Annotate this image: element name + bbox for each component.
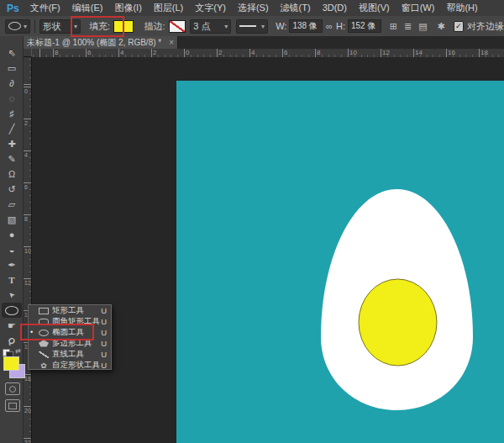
ruler-origin-corner[interactable] xyxy=(24,49,32,57)
brush-tool-icon: ✎ xyxy=(8,154,15,165)
type-tool-icon: T xyxy=(8,275,14,285)
tool-mode-select[interactable]: 形状 ▾ xyxy=(39,19,81,34)
flyout-item-shortcut: U xyxy=(101,317,107,326)
zoom-tool-icon: Q xyxy=(6,335,17,345)
menu-edit[interactable]: 编辑(E) xyxy=(66,0,109,16)
flyout-item-shortcut: U xyxy=(101,328,107,337)
menu-help[interactable]: 帮助(H) xyxy=(440,0,483,16)
vruler-number: 2 xyxy=(24,120,28,127)
width-label: W: xyxy=(276,21,286,31)
blur-tool[interactable]: ● xyxy=(0,227,24,242)
flyout-rounded-rectangle-tool[interactable]: 圆角矩形工具U xyxy=(29,316,111,327)
egg-artwork xyxy=(321,189,473,410)
history-brush-tool[interactable]: ↺ xyxy=(0,182,24,197)
stroke-type-select[interactable]: ▾ xyxy=(236,19,268,34)
path-operations-button[interactable]: ⊞ xyxy=(390,21,397,32)
quick-selection-tool-icon: ◌ xyxy=(9,93,15,103)
tools-panel: ⇖▭∂◌♯╱✚✎Ω↺▱▧●◒✒T➤☛Q ⇄ xyxy=(0,36,24,443)
line-icon xyxy=(39,351,49,358)
egg-yolk-shape xyxy=(359,279,437,366)
vertical-ruler[interactable]: 0246810121416182022 xyxy=(24,57,32,443)
vruler-number: 8 xyxy=(24,216,28,223)
ellipse-tool[interactable] xyxy=(2,303,22,318)
menu-filter[interactable]: 滤镜(T) xyxy=(275,0,317,16)
lasso-tool[interactable]: ∂ xyxy=(0,76,24,91)
vruler-number: 10 xyxy=(24,248,31,255)
eraser-tool-icon: ▱ xyxy=(8,199,15,210)
tool-options-bar: ▾ 形状 ▾ 填充: 描边: 3 点 ▾ ▾ W: 138 像 ∞ H: 152… xyxy=(0,16,504,37)
quick-selection-tool[interactable]: ◌ xyxy=(0,91,24,106)
brush-tool[interactable]: ✎ xyxy=(0,151,24,166)
gear-icon[interactable]: ✱ xyxy=(438,21,445,32)
fill-color-swatch[interactable] xyxy=(113,20,134,33)
hruler-number: 6 xyxy=(284,49,287,56)
hand-tool[interactable]: ☛ xyxy=(0,318,24,333)
menu-type[interactable]: 文字(Y) xyxy=(189,0,232,16)
quick-mask-icon xyxy=(9,386,16,393)
menu-file[interactable]: 文件(F) xyxy=(24,0,66,16)
clone-stamp-tool[interactable]: Ω xyxy=(0,166,24,182)
hruler-number: 6 xyxy=(87,49,91,56)
path-alignment-button[interactable]: ≣ xyxy=(404,21,412,32)
menu-image[interactable]: 图像(I) xyxy=(108,0,147,16)
pen-tool[interactable]: ✒ xyxy=(0,257,24,272)
eraser-tool[interactable]: ▱ xyxy=(0,197,24,212)
gradient-tool[interactable]: ▧ xyxy=(0,212,24,227)
type-tool[interactable]: T xyxy=(0,272,24,287)
menu-view[interactable]: 视图(V) xyxy=(353,0,396,16)
crop-tool-icon: ♯ xyxy=(9,108,14,119)
menu-3d[interactable]: 3D(D) xyxy=(317,0,353,16)
tool-preset-picker[interactable]: ▾ xyxy=(5,19,30,34)
ellipse-icon xyxy=(39,330,49,336)
close-icon[interactable]: × xyxy=(169,38,174,47)
flyout-ellipse-tool[interactable]: •椭圆工具U xyxy=(29,327,111,338)
flyout-item-shortcut: U xyxy=(101,350,107,359)
stroke-color-swatch[interactable] xyxy=(169,20,186,33)
flyout-rectangle-tool[interactable]: 矩形工具U xyxy=(29,305,111,316)
spot-healing-brush-tool[interactable]: ✚ xyxy=(0,136,24,151)
path-arrangement-button[interactable]: ▤ xyxy=(418,21,427,32)
flyout-item-label: 直线工具 xyxy=(52,349,84,360)
hruler-number: 8 xyxy=(317,49,320,56)
quick-mask-mode-button[interactable] xyxy=(5,382,20,395)
flyout-line-tool[interactable]: 直线工具U xyxy=(29,349,111,360)
flyout-item-shortcut: U xyxy=(101,339,107,348)
document-canvas[interactable] xyxy=(176,81,504,443)
document-tab[interactable]: 未标题-1 @ 100% (椭圆 2, RGB/8) * × xyxy=(24,36,178,49)
menu-select[interactable]: 选择(S) xyxy=(232,0,275,16)
screen-mode-button[interactable] xyxy=(5,399,20,412)
lasso-tool-icon: ∂ xyxy=(9,78,13,88)
menu-window[interactable]: 窗口(W) xyxy=(396,0,441,16)
flyout-item-label: 矩形工具 xyxy=(52,305,84,316)
eyedropper-tool-icon: ╱ xyxy=(9,124,15,134)
rectangular-marquee-tool-icon: ▭ xyxy=(8,63,16,74)
flyout-item-label: 椭圆工具 xyxy=(52,327,84,338)
link-dimensions-icon[interactable]: ∞ xyxy=(326,21,333,31)
vruler-number: 18 xyxy=(24,376,31,382)
eyedropper-tool[interactable]: ╱ xyxy=(0,121,24,136)
path-selection-tool[interactable]: ➤ xyxy=(0,287,24,303)
zoom-tool[interactable]: Q xyxy=(0,333,24,348)
blur-tool-icon: ● xyxy=(9,229,15,240)
clone-stamp-tool-icon: Ω xyxy=(8,169,15,179)
screen-mode-icon xyxy=(8,403,17,409)
shape-height-input[interactable]: 152 像 xyxy=(348,19,381,33)
hruler-number: 8 xyxy=(55,49,58,56)
rounded-rectangle-icon xyxy=(39,319,49,325)
move-tool-icon: ⇖ xyxy=(8,48,15,59)
foreground-color-swatch[interactable] xyxy=(3,356,19,371)
menu-layer[interactable]: 图层(L) xyxy=(148,0,189,16)
vruler-number: 12 xyxy=(24,280,31,287)
shape-width-input[interactable]: 138 像 xyxy=(289,19,323,33)
swap-colors-icon[interactable]: ⇄ xyxy=(15,347,21,355)
crop-tool[interactable]: ♯ xyxy=(0,106,24,121)
dodge-tool[interactable]: ◒ xyxy=(0,242,24,257)
move-tool[interactable]: ⇖ xyxy=(0,45,24,61)
stroke-width-select[interactable]: 3 点 ▾ xyxy=(190,19,231,34)
align-edges-checkbox[interactable]: ✓ xyxy=(454,21,464,32)
hand-tool-icon: ☛ xyxy=(8,320,16,331)
rectangular-marquee-tool[interactable]: ▭ xyxy=(0,61,24,76)
flyout-custom-shape-tool[interactable]: ✿自定形状工具U xyxy=(29,360,111,371)
flyout-polygon-tool[interactable]: 多边形工具U xyxy=(29,338,111,349)
ellipse-tool-icon xyxy=(5,306,18,315)
